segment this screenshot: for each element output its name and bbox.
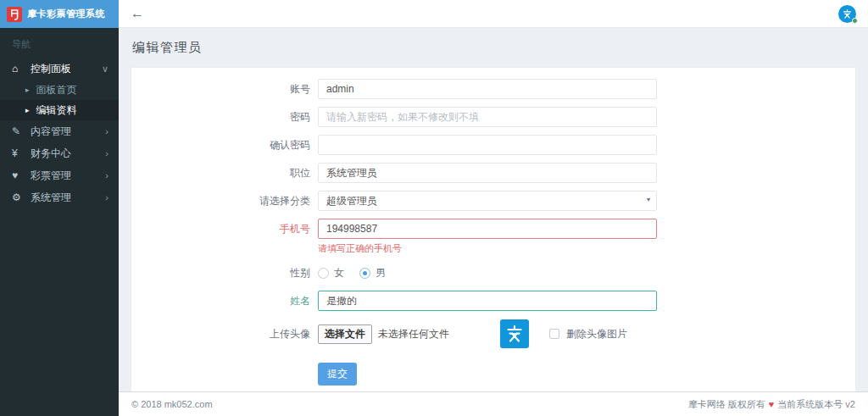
topbar: ← [119,0,868,28]
delete-avatar-checkbox[interactable] [549,329,559,339]
form-row-password: 密码 [131,107,855,127]
brand-logo-icon [7,7,22,22]
confirm-password-input[interactable] [318,135,657,155]
chevron-right-icon: › [105,170,108,180]
delete-avatar-label: 删除头像图片 [566,327,627,341]
sidebar-item-system-management[interactable]: ⚙ 系统管理 › [0,186,119,208]
sidebar-menu: ⌂ 控制面板 ∨ ▸ 面板首页 ▸ 编辑资料 ✎ 内容管理 › ¥ 财务中心 › [0,58,119,208]
choose-file-button[interactable]: 选择文件 [318,324,372,344]
content-area: 编辑管理员 账号 密码 确认密码 职位 [119,28,868,391]
form-row-avatar-upload: 上传头像 选择文件 未选择任何文件 删除头像图片 [131,319,855,349]
phone-label: 手机号 [131,219,318,255]
caret-right-icon: ▸ [25,86,30,94]
page-title: 编辑管理员 [132,40,854,56]
home-icon: ⌂ [12,63,31,75]
password-input[interactable] [318,107,657,127]
yen-icon: ¥ [12,147,31,159]
gender-radio-female[interactable] [318,268,329,279]
copyright-text: © 2018 mk052.com [131,399,213,409]
gear-icon: ⚙ [12,191,31,203]
user-avatar[interactable] [838,5,856,23]
brand-title: 摩卡彩票管理系统 [27,8,105,20]
edit-admin-form-card: 账号 密码 确认密码 职位 请选择分类 [131,67,856,391]
name-input[interactable] [318,291,657,311]
chevron-right-icon: › [105,126,108,136]
upload-avatar-label: 上传头像 [131,319,318,349]
form-row-gender: 性别 女 男 [131,263,855,283]
chevron-right-icon: › [105,148,108,158]
heart-icon: ♥ [12,169,31,181]
nav-section-label: 导航 [0,28,119,58]
form-row-account: 账号 [131,79,855,99]
sidebar-item-lottery-management[interactable]: ♥ 彩票管理 › [0,164,119,186]
confirm-password-label: 确认密码 [131,135,318,155]
position-input[interactable] [318,163,657,183]
footer: © 2018 mk052.com 摩卡网络 版权所有 ♥ 当前系统版本号 v2 [119,391,868,416]
form-row-position: 职位 [131,163,855,183]
submit-button[interactable]: 提交 [318,363,357,385]
gender-option-female[interactable]: 女 [318,266,344,280]
form-row-confirm-password: 确认密码 [131,135,855,155]
caret-right-icon: ▸ [25,106,30,114]
position-label: 职位 [131,163,318,183]
sidebar-item-control-panel[interactable]: ⌂ 控制面板 ∨ [0,58,119,80]
brand-header[interactable]: 摩卡彩票管理系统 [0,0,119,28]
alipay-icon [504,324,525,344]
chevron-right-icon: › [105,192,108,202]
account-label: 账号 [131,79,318,99]
alipay-icon [842,8,853,19]
form-row-name: 姓名 [131,291,855,311]
category-select[interactable]: 超级管理员 [318,191,657,211]
sidebar-item-content-management[interactable]: ✎ 内容管理 › [0,120,119,142]
online-status-dot [852,18,858,24]
rights-text: 摩卡网络 版权所有 [688,398,765,411]
form-row-phone: 手机号 请填写正确的手机号 [131,219,855,255]
heart-icon: ♥ [769,399,775,409]
gender-label: 性别 [131,263,318,283]
account-input[interactable] [318,79,657,99]
sidebar-item-panel-home[interactable]: ▸ 面板首页 [0,80,119,100]
password-label: 密码 [131,107,318,127]
name-label: 姓名 [131,291,318,311]
avatar-preview-image [500,319,529,348]
submit-row: 提交 [318,363,855,385]
category-label: 请选择分类 [131,191,318,211]
phone-input[interactable] [318,219,657,239]
no-file-selected-text: 未选择任何文件 [378,327,449,341]
edit-icon: ✎ [12,125,31,137]
chevron-down-icon: ∨ [102,64,108,75]
form-row-category: 请选择分类 超级管理员 ▾ [131,191,855,211]
version-text: 当前系统版本号 v2 [777,398,855,411]
gender-option-male[interactable]: 男 [359,266,386,280]
back-arrow-icon[interactable]: ← [131,7,144,20]
sidebar-item-edit-profile[interactable]: ▸ 编辑资料 [0,100,119,120]
main-column: ← 编辑管理员 账号 密码 确认密码 [119,0,868,416]
sidebar-item-finance-center[interactable]: ¥ 财务中心 › [0,142,119,164]
sidebar: 摩卡彩票管理系统 导航 ⌂ 控制面板 ∨ ▸ 面板首页 ▸ 编辑资料 ✎ 内容管… [0,0,119,416]
phone-error-message: 请填写正确的手机号 [318,242,657,255]
gender-radio-male[interactable] [359,268,370,279]
app-window: 摩卡彩票管理系统 导航 ⌂ 控制面板 ∨ ▸ 面板首页 ▸ 编辑资料 ✎ 内容管… [0,0,868,416]
